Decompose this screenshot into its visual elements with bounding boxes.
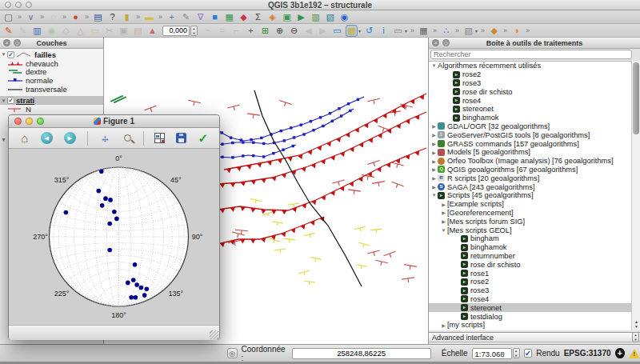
toolbox-item-rose1[interactable]: ▸rose1	[429, 269, 632, 278]
marker-button[interactable]: ◆	[238, 11, 250, 23]
add-feature-button[interactable]: ◉	[46, 25, 58, 37]
forward-button[interactable]: ▶	[64, 130, 76, 146]
toolbox-item-stereonet[interactable]: ▸stereonet	[429, 303, 632, 312]
render-checkbox[interactable]: ✓	[524, 349, 533, 358]
help-button[interactable]: ◑	[510, 25, 522, 37]
delete-selected-button[interactable]: ▭	[89, 25, 101, 37]
expand-arrow-icon[interactable]: ▶	[440, 218, 447, 224]
toolbar-overflow-icon[interactable]: »	[432, 26, 438, 34]
vertex-tool-button[interactable]: ∨	[25, 11, 37, 23]
expand-arrow-icon[interactable]: ▶	[440, 322, 447, 328]
identify-button[interactable]: i	[378, 25, 390, 37]
toolbox-scrollbar[interactable]: ▲▼	[631, 61, 640, 330]
dropdown-arrow-icon[interactable]: ▾	[358, 28, 361, 34]
toolbox-item-orfeo-toolbox-image-analysis-76-geoalgorithms-[interactable]: ▶Orfeo Toolbox (Image analysis) [76 geoa…	[429, 157, 632, 166]
layer-item-normale[interactable]: normale	[0, 76, 103, 85]
color-wheel-button[interactable]: ●	[70, 11, 82, 23]
offset-curve-button[interactable]: =	[216, 25, 228, 37]
collapsed-group-arrow[interactable]: ▼	[1, 137, 6, 142]
toolbox-item-binghamok[interactable]: ▸binghamok	[429, 243, 632, 252]
toolbox-item-qgis-geoalgorithms-67-geoalgorithms-[interactable]: ▶QQGIS geoalgorithms [67 geoalgorithms]	[429, 166, 632, 174]
close-panel-icon[interactable]: ×	[432, 39, 439, 46]
cut-features-button[interactable]: ✂	[103, 25, 115, 37]
scrollbar-thumb[interactable]	[633, 62, 639, 134]
measure-bar-button[interactable]: ▬	[143, 11, 155, 23]
expand-arrow-icon[interactable]: ▶	[430, 166, 438, 172]
toolbar-overflow-icon[interactable]: »	[39, 13, 45, 21]
whats-this-button[interactable]: ?	[106, 11, 118, 23]
statistical-summary-button[interactable]: Σ	[252, 11, 264, 23]
toolbar-overflow-icon[interactable]: »	[410, 26, 415, 34]
python-console-button[interactable]: ◉	[338, 11, 350, 23]
pan-map-button[interactable]: +	[245, 25, 257, 37]
expand-arrow-icon[interactable]: ▶	[430, 175, 438, 181]
style-copy-button[interactable]: ◈	[266, 11, 278, 23]
toolbox-item-algorithmes-r-cemment-utilis-s[interactable]: ▼Algorithmes récemment utilisés	[429, 62, 632, 70]
toolbox-item--georeferencement-[interactable]: ▶[Georeferencement]	[429, 209, 632, 218]
expand-arrow-icon[interactable]: ▶	[430, 184, 438, 190]
copy-features-button[interactable]: ▣	[118, 25, 130, 37]
customize-button[interactable]: ✓	[198, 130, 208, 146]
toolbox-item-models-5-geoalgorithms-[interactable]: ▶Models [5 geoalgorithms]	[429, 148, 632, 157]
statistics-chart-button[interactable]: ▮	[121, 11, 133, 23]
layer-checkbox[interactable]: ✓	[7, 51, 14, 58]
toolbox-item-binghamok[interactable]: ▸binghamok	[429, 114, 632, 122]
expand-arrow-icon[interactable]: ▶	[430, 150, 438, 155]
zoom-last-button[interactable]: ◀	[302, 25, 314, 37]
toolbox-item-saga-243-geoalgorithms-[interactable]: ▶SSAGA [243 geoalgorithms]	[429, 182, 632, 191]
toolbox-item--mes-scripts-geol-[interactable]: ▼[Mes scripts GEOL]	[429, 226, 632, 234]
layer-item-transversale[interactable]: transversale	[0, 85, 103, 94]
expand-arrow-icon[interactable]: ▼	[440, 228, 447, 233]
expand-arrow-icon[interactable]: ▶	[430, 141, 438, 146]
log-messages-button[interactable]: ▤	[92, 11, 104, 23]
paste-features-button[interactable]: ▤	[132, 25, 144, 37]
toolbar-overflow-icon[interactable]: »	[480, 26, 486, 34]
toolbox-item-rose4[interactable]: ▸rose4	[429, 295, 632, 304]
zoom-rect-button[interactable]	[122, 130, 132, 146]
toolbar-overflow-icon[interactable]: »	[454, 26, 460, 34]
zoom-actual-button[interactable]: ▭	[331, 25, 343, 37]
pan-button[interactable]: ↔↕	[98, 130, 111, 146]
new-map-view-button[interactable]: ■	[209, 11, 221, 23]
warning-icon[interactable]	[629, 349, 640, 358]
dropdown-arrow-icon[interactable]: ▾	[405, 28, 407, 34]
refresh-button[interactable]: ↺	[363, 25, 375, 37]
resize-grip-icon[interactable]	[210, 330, 218, 339]
expand-arrow-icon[interactable]: ▼	[430, 193, 438, 198]
toolbar-overflow-icon[interactable]: »	[502, 26, 508, 34]
map-3d-button[interactable]: ▧	[324, 11, 336, 23]
float-panel-icon[interactable]: ◇	[14, 39, 21, 46]
layer-item-failles[interactable]: ▼✓failles	[0, 50, 103, 59]
expand-arrow-icon[interactable]: ▶	[430, 158, 438, 164]
crs-status[interactable]: EPSG:31370	[564, 349, 611, 358]
toolbox-item-rose-dir-schisto[interactable]: ▸rose dir schisto	[429, 260, 632, 269]
zoom-next-button[interactable]: ▶	[317, 25, 329, 37]
expand-arrow-icon[interactable]: ▶	[440, 202, 447, 207]
toolbox-search-input[interactable]	[430, 50, 632, 59]
zoom-in-button[interactable]: ⊕	[274, 25, 286, 37]
toolbox-item-stereonet[interactable]: ▸stereonet	[429, 105, 632, 114]
selection-tools-button[interactable]: ▧	[462, 25, 474, 37]
toolbox-item-rose2[interactable]: ▸rose2	[429, 70, 632, 79]
style-manager-button[interactable]: ◌	[47, 11, 59, 23]
toolbar-overflow-icon[interactable]: »	[158, 13, 163, 21]
move-feature-button[interactable]: ◇	[60, 25, 72, 37]
close-panel-icon[interactable]: ×	[3, 39, 10, 46]
zoom-selection-button[interactable]: ▩	[346, 25, 358, 37]
save-edits-button[interactable]: ✎	[17, 25, 29, 37]
layer-item-strati[interactable]: ▼✓strati	[0, 96, 103, 105]
symbology-button[interactable]: ◆	[488, 25, 500, 37]
toolbox-item-rose4[interactable]: ▸rose4	[429, 96, 632, 105]
toolbox-item-gdal-ogr-32-geoalgorithms-[interactable]: ▶GDAL/OGR [32 geoalgorithms]	[429, 122, 632, 131]
toolbox-item--example-scripts-[interactable]: ▶[Example scripts]	[429, 200, 632, 209]
annotation-button[interactable]: ✎	[180, 11, 192, 23]
toolbox-item--my-scripts-[interactable]: ▶[my scripts]	[429, 321, 632, 330]
mouse-position-icon[interactable]: ◎	[227, 348, 238, 358]
toolbox-item-rose3[interactable]: ▸rose3	[429, 79, 632, 88]
rotation-spinbox-input[interactable]	[162, 26, 190, 36]
project-new-button[interactable]: ▢	[2, 11, 14, 23]
back-button[interactable]: ◀	[41, 130, 53, 146]
crs-plus-icon[interactable]: +	[615, 348, 625, 358]
expand-arrow-icon[interactable]: ▼	[0, 52, 7, 57]
save-figure-button[interactable]	[176, 130, 186, 146]
